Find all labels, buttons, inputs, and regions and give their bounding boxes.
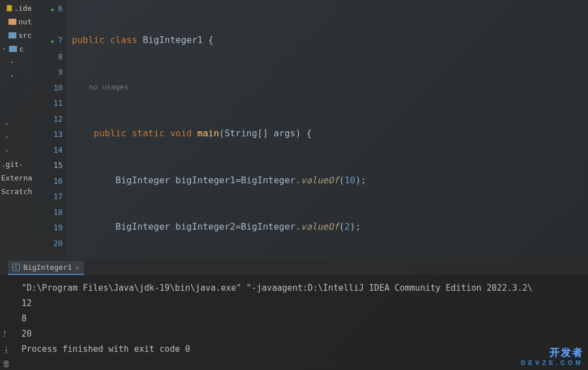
folder-icon [9,46,17,52]
project-tree[interactable]: .ide out src ▾c ▾ ▾ ▸ ▸ ▸ .git- External… [0,0,32,259]
tree-item-external[interactable]: External [0,171,32,184]
chevron-right-icon: ▸ [5,134,10,140]
tree-item[interactable]: ▸ [0,130,32,144]
class-icon: C [12,264,20,271]
usage-hint: no usages [66,79,588,95]
console-line: 12 [22,296,588,311]
tree-item-out[interactable]: out [0,15,32,28]
tab-label: BigInteger1 [23,263,72,272]
console-toolbar: ⤴ ⭳ 🗑 [0,275,14,370]
scroll-icon[interactable]: ⤴ [2,327,11,336]
tree-item[interactable]: ▸ [0,144,32,157]
console-line: Process finished with exit code 0 [22,342,588,357]
code-line: BigInteger bigInteger2=BigInteger.valueO… [66,219,588,235]
watermark: 开发者 DEVZE.COM [521,347,583,368]
download-icon[interactable]: ⭳ [2,342,11,351]
chevron-right-icon: ▸ [5,121,10,126]
line-gutter: ▶6 7 ▶7 8 9 10 11 12 13 14 15 16 17 18 1… [32,0,66,259]
chevron-down-icon: ▾ [9,59,15,65]
run-icon[interactable]: ▶ [51,6,55,12]
console-line: 8 [22,311,588,326]
run-tabs: C BigInteger1 ✕ [0,259,588,275]
chevron-right-icon: ▸ [5,148,10,153]
code-line: public static void main(String[] args) { [66,126,588,141]
tree-item-src[interactable]: src [0,28,32,42]
tree-item-idea[interactable]: .ide [0,1,32,15]
tree-item-scratch[interactable]: Scratch [0,184,32,198]
console-line: 20 [22,326,588,342]
code-line: BigInteger bigInteger1=BigInteger.valueO… [66,173,588,188]
trash-icon[interactable]: 🗑 [2,356,11,365]
tree-item[interactable]: ▾c [0,42,32,55]
tree-item[interactable]: ▾ [0,55,32,69]
code-line: public class BigInteger1 { [66,32,588,48]
folder-icon [7,5,12,11]
code-editor[interactable]: public class BigInteger1 { no usages pub… [66,0,588,259]
chevron-down-icon: ▾ [1,46,7,51]
tree-item-git[interactable]: .git- [0,157,32,171]
console-output[interactable]: ⤴ ⭳ 🗑 "D:\Program Files\Java\jdk-19\bin\… [0,275,588,370]
tree-spacer [0,83,32,117]
folder-icon [8,32,16,38]
chevron-down-icon: ▾ [9,73,15,79]
tree-item[interactable]: ▾ [0,69,32,83]
run-icon[interactable]: ▶ [51,38,55,44]
folder-icon [8,19,16,25]
run-tab[interactable]: C BigInteger1 ✕ [8,261,84,275]
tree-item[interactable]: ▸ [0,117,32,130]
console-line: "D:\Program Files\Java\jdk-19\bin\java.e… [22,281,588,296]
close-icon[interactable]: ✕ [75,264,79,272]
